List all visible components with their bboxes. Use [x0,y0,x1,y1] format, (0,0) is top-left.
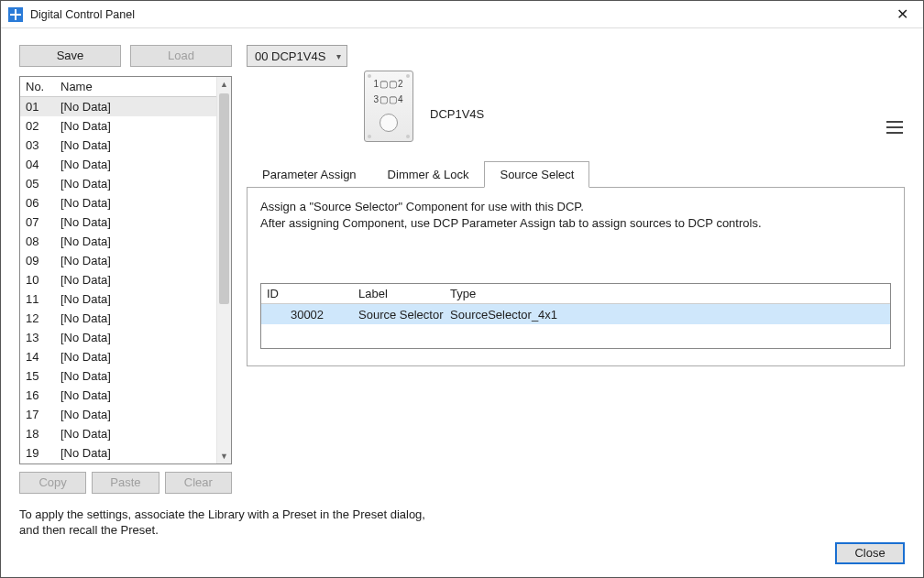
list-cell-no: 07 [20,215,55,229]
list-cell-no: 12 [20,311,55,325]
list-cell-no: 17 [20,408,55,421]
grid-header: ID Label Type [261,284,890,304]
list-cell-name: [No Data] [55,273,216,287]
clear-button[interactable]: Clear [165,472,232,494]
device-select-combo[interactable]: 00 DCP1V4S ▾ [247,45,347,67]
list-cell-no: 05 [20,177,55,191]
device-icon: 1▢▢2 3▢▢4 [364,71,413,142]
list-cell-no: 16 [20,388,55,402]
list-row[interactable]: 03[No Data] [20,136,216,155]
list-cell-name: [No Data] [55,311,216,325]
list-cell-no: 03 [20,138,55,152]
grid-cell-id: 30002 [261,308,353,322]
list-cell-name: [No Data] [55,158,216,171]
list-cell-name: [No Data] [55,446,216,460]
list-cell-name: [No Data] [55,350,216,364]
list-cell-name: [No Data] [55,196,216,210]
grid-header-type: Type [445,287,890,300]
list-cell-name: [No Data] [55,100,216,114]
list-row[interactable]: 07[No Data] [20,213,216,232]
list-row[interactable]: 14[No Data] [20,347,216,366]
tab-panel-source-select: Assign a "Source Selector" Component for… [247,188,905,366]
list-cell-no: 18 [20,427,55,441]
list-row[interactable]: 19[No Data] [20,443,216,463]
source-select-description: Assign a "Source Selector" Component for… [260,199,891,232]
list-cell-name: [No Data] [55,254,216,267]
list-header: No. Name [20,77,216,97]
list-row[interactable]: 12[No Data] [20,309,216,328]
title-bar: Digital Control Panel ✕ [1,1,923,28]
list-row[interactable]: 16[No Data] [20,386,216,405]
grid-cell-type: SourceSelector_4x1 [445,308,890,322]
list-header-name: Name [55,80,216,93]
scroll-thumb[interactable] [219,93,229,304]
device-knob-icon [380,114,398,132]
scroll-down-icon[interactable]: ▼ [217,449,231,463]
list-cell-name: [No Data] [55,234,216,248]
list-cell-no: 02 [20,119,55,133]
list-cell-no: 09 [20,254,55,267]
tab-parameter-assign[interactable]: Parameter Assign [247,161,372,188]
list-cell-no: 11 [20,292,55,306]
copy-button[interactable]: Copy [19,472,86,494]
grid-header-label: Label [353,287,445,300]
list-cell-name: [No Data] [55,177,216,191]
device-model-label: DCP1V4S [430,107,484,121]
window-close-button[interactable]: ✕ [888,5,916,23]
menu-icon[interactable] [886,121,903,134]
tab-bar: Parameter Assign Dimmer & Lock Source Se… [247,160,905,188]
window-title: Digital Control Panel [30,8,888,21]
list-header-no: No. [20,80,55,93]
list-row[interactable]: 05[No Data] [20,174,216,193]
list-scrollbar[interactable]: ▲ ▼ [216,77,231,463]
list-row[interactable]: 01[No Data] [20,97,216,116]
list-cell-no: 08 [20,234,55,248]
grid-header-id: ID [261,287,353,300]
grid-cell-label: Source Selector [353,308,445,322]
scroll-up-icon[interactable]: ▲ [217,77,231,92]
list-row[interactable]: 06[No Data] [20,193,216,213]
list-cell-name: [No Data] [55,408,216,421]
list-cell-no: 04 [20,158,55,171]
tab-source-select[interactable]: Source Select [484,161,589,188]
device-face-line1: 1▢▢2 [373,79,403,89]
save-button[interactable]: Save [19,45,121,67]
list-cell-name: [No Data] [55,427,216,441]
list-cell-name: [No Data] [55,369,216,383]
device-select-value: 00 DCP1V4S [255,49,325,63]
list-cell-name: [No Data] [55,292,216,306]
list-cell-name: [No Data] [55,215,216,229]
list-row[interactable]: 17[No Data] [20,405,216,424]
list-row[interactable]: 09[No Data] [20,251,216,270]
list-row[interactable]: 10[No Data] [20,270,216,289]
chevron-down-icon: ▾ [336,51,341,61]
load-button[interactable]: Load [130,45,232,67]
list-row[interactable]: 02[No Data] [20,116,216,136]
list-row[interactable]: 04[No Data] [20,155,216,174]
list-row[interactable]: 18[No Data] [20,424,216,443]
list-cell-name: [No Data] [55,119,216,133]
grid-row[interactable]: 30002Source SelectorSourceSelector_4x1 [261,304,890,324]
list-cell-no: 13 [20,331,55,344]
tab-dimmer-lock[interactable]: Dimmer & Lock [372,161,485,188]
list-cell-no: 01 [20,100,55,114]
close-button[interactable]: Close [835,542,905,564]
library-list[interactable]: No. Name 01[No Data]02[No Data]03[No Dat… [19,76,232,464]
list-cell-no: 06 [20,196,55,210]
list-cell-no: 19 [20,446,55,460]
paste-button[interactable]: Paste [92,472,159,494]
list-row[interactable]: 15[No Data] [20,366,216,386]
list-row[interactable]: 20[No Data] [20,463,216,463]
source-selector-grid[interactable]: ID Label Type 30002Source SelectorSource… [260,283,891,349]
app-icon [8,7,23,22]
list-cell-name: [No Data] [55,331,216,344]
list-cell-no: 10 [20,273,55,287]
list-cell-name: [No Data] [55,388,216,402]
list-row[interactable]: 08[No Data] [20,232,216,251]
list-cell-no: 14 [20,350,55,364]
list-row[interactable]: 11[No Data] [20,289,216,309]
list-cell-no: 15 [20,369,55,383]
list-cell-name: [No Data] [55,138,216,152]
device-face-line2: 3▢▢4 [373,94,403,104]
list-row[interactable]: 13[No Data] [20,328,216,347]
